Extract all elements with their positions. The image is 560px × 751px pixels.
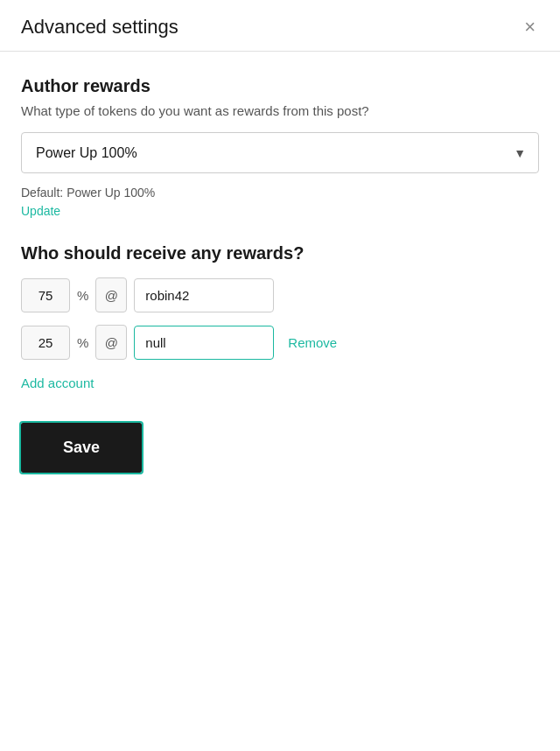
percent-label-1: %	[77, 288, 88, 303]
beneficiary-row-1: % @	[21, 277, 539, 312]
beneficiary-row-2: % @ Remove	[21, 325, 539, 360]
at-label-2: @	[95, 325, 127, 360]
author-rewards-section: Author rewards What type of tokens do yo…	[21, 76, 539, 219]
add-account-button[interactable]: Add account	[21, 376, 94, 390]
percent-label-2: %	[77, 335, 88, 350]
modal-title: Advanced settings	[21, 16, 178, 39]
author-rewards-title: Author rewards	[21, 76, 539, 96]
remove-beneficiary-button[interactable]: Remove	[288, 335, 337, 350]
save-button[interactable]: Save	[21, 423, 142, 473]
reward-select-wrapper[interactable]: Power Up 100% 50% HBD / 50% HP Decline P…	[21, 132, 539, 173]
default-reward-text: Default: Power Up 100%	[21, 186, 539, 200]
modal-header: Advanced settings ×	[0, 0, 560, 52]
username-input-1[interactable]	[134, 278, 274, 312]
advanced-settings-modal: Advanced settings × Author rewards What …	[0, 0, 560, 751]
username-input-2[interactable]	[134, 326, 274, 360]
at-label-1: @	[95, 277, 127, 312]
percent-input-2[interactable]	[21, 326, 70, 360]
update-default-button[interactable]: Update	[21, 204, 60, 218]
reward-select[interactable]: Power Up 100% 50% HBD / 50% HP Decline P…	[22, 133, 538, 172]
percent-input-1[interactable]	[21, 278, 70, 312]
beneficiaries-section: Who should receive any rewards? % @ % @ …	[21, 243, 539, 391]
beneficiaries-title: Who should receive any rewards?	[21, 243, 539, 263]
save-section: Save	[21, 423, 539, 473]
author-rewards-description: What type of tokens do you want as rewar…	[21, 103, 539, 118]
close-button[interactable]: ×	[521, 14, 539, 40]
modal-body: Author rewards What type of tokens do yo…	[0, 52, 560, 497]
